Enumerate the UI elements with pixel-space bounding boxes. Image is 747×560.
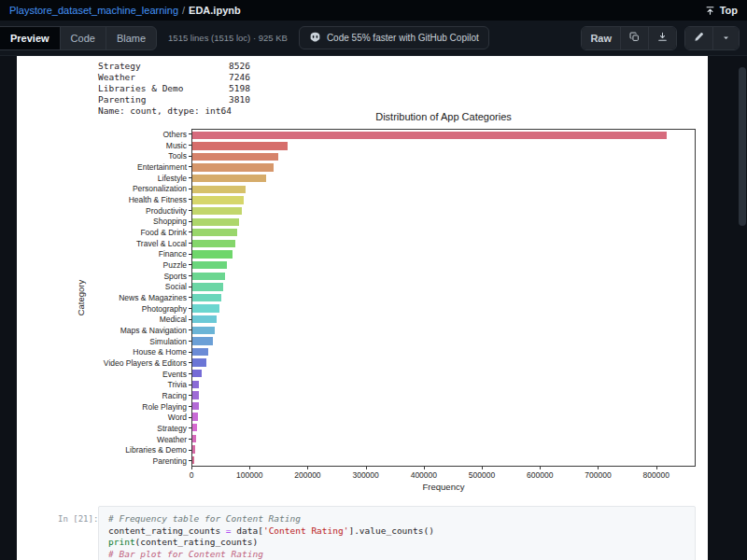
y-tick-label: Role Playing (88, 401, 191, 413)
bar-row (192, 412, 695, 423)
x-tick-mark (482, 467, 483, 469)
bar-row (192, 314, 695, 325)
bar-row (192, 357, 695, 369)
category-bar (192, 283, 223, 290)
bar-row (192, 205, 695, 217)
category-bar (192, 391, 199, 399)
category-bar (192, 456, 194, 464)
bar-row (192, 195, 695, 206)
x-tick-mark (191, 467, 192, 469)
breadcrumb: Playstore_dataset_machine_learning/EDA.i… (9, 5, 241, 16)
bar-row (192, 444, 695, 455)
category-bar (192, 381, 199, 388)
y-tick-label: Weather (88, 434, 191, 445)
code-line: print(content_rating_counts) (108, 537, 685, 549)
code-cell: In [21]: # Frequency table for Content R… (58, 506, 696, 560)
bar-row (192, 259, 695, 271)
category-bar (192, 142, 288, 149)
y-tick-label: Health & Fitness (88, 194, 191, 205)
category-bar (192, 294, 221, 301)
cell-prompt: In [21]: (58, 514, 98, 524)
y-tick-label: Medical (88, 314, 191, 325)
category-bar (192, 240, 235, 247)
category-bar (192, 327, 215, 334)
category-bar (192, 413, 198, 420)
pencil-icon (694, 32, 704, 44)
y-tick-label: Maps & Navigation (88, 325, 191, 336)
view-tabs: Preview Code Blame (0, 26, 157, 50)
y-tick-label: News & Magazines (88, 292, 191, 303)
x-tick-value: 500000 (469, 470, 495, 480)
code-block: # Frequency table for Content Ratingcont… (98, 506, 696, 560)
raw-copy-download-group: Raw (581, 26, 677, 50)
notebook-preview: Strategy8526Weather7246Libraries & Demo5… (17, 56, 708, 560)
download-button[interactable] (649, 27, 676, 49)
bar-row (192, 390, 695, 401)
raw-button[interactable]: Raw (582, 27, 621, 49)
x-tick-mark (249, 467, 250, 469)
y-tick-label: Personalization (88, 183, 191, 194)
bar-row (192, 400, 695, 412)
bar-row (192, 455, 695, 466)
category-bar (192, 348, 208, 356)
bar-row (192, 346, 695, 357)
bar-row (192, 303, 695, 315)
y-tick-label: Video Players & Editors (88, 357, 191, 369)
page-scrollbar[interactable] (739, 58, 746, 558)
bar-row (192, 217, 695, 228)
tab-code[interactable]: Code (61, 27, 106, 49)
output-row: Parenting3810 (98, 94, 250, 105)
x-tick-mark (307, 467, 308, 469)
chart-title: Distribution of App Categories (191, 108, 696, 129)
y-tick-label: Word (88, 412, 191, 423)
download-icon (657, 32, 668, 44)
bar-row (192, 184, 695, 195)
category-bar (192, 337, 213, 344)
bar-row (192, 379, 695, 390)
category-bar (192, 250, 233, 258)
y-tick-label: Strategy (88, 423, 191, 434)
bar-row (192, 162, 695, 174)
scroll-to-top-button[interactable]: Top (705, 5, 738, 16)
y-tick-label: Racing (88, 390, 191, 401)
x-tick-value: 800000 (643, 470, 669, 480)
bar-row (192, 151, 695, 162)
edit-button[interactable] (685, 27, 713, 49)
bar-row (192, 422, 695, 433)
y-tick-label: Trivia (88, 379, 191, 390)
y-tick-label: Tools (88, 150, 191, 161)
tab-preview[interactable]: Preview (0, 27, 61, 49)
tab-blame[interactable]: Blame (106, 27, 156, 49)
scrollbar-thumb[interactable] (739, 67, 746, 226)
x-tick-value: 700000 (585, 470, 611, 480)
bar-row (192, 141, 695, 152)
x-tick-value: 400000 (411, 470, 437, 480)
copilot-banner[interactable]: Code 55% faster with GitHub Copilot (299, 26, 489, 49)
category-bar (192, 207, 242, 215)
output-row: Weather7246 (98, 72, 250, 83)
x-tick-mark (424, 467, 425, 469)
bar-chart-figure: Distribution of App Categories Category … (73, 108, 696, 495)
x-tick-mark (366, 467, 367, 469)
copilot-banner-text: Code 55% faster with GitHub Copilot (327, 33, 479, 43)
top-button-label: Top (720, 5, 738, 16)
file-actions: Raw (581, 26, 740, 50)
y-tick-label: Travel & Local (88, 238, 191, 249)
x-tick-mark (656, 467, 657, 469)
y-tick-label: Music (88, 140, 191, 151)
copy-icon (629, 32, 640, 44)
x-tick-value: 100000 (236, 470, 262, 480)
y-tick-label: Sports (88, 271, 191, 282)
y-tick-label: Lifestyle (88, 173, 191, 184)
category-bar (192, 358, 206, 366)
y-tick-label: Libraries & Demo (88, 444, 191, 455)
breadcrumb-repo-link[interactable]: Playstore_dataset_machine_learning (9, 5, 178, 16)
x-tick-labels: 0100000200000300000400000500000600000700… (191, 467, 696, 482)
edit-dropdown-button[interactable] (713, 27, 739, 49)
copilot-icon (309, 31, 321, 45)
x-tick-mark (540, 467, 541, 469)
bar-row (192, 238, 695, 249)
copy-button[interactable] (621, 27, 649, 49)
y-tick-label: Parenting (88, 455, 191, 467)
category-bar (192, 196, 244, 203)
